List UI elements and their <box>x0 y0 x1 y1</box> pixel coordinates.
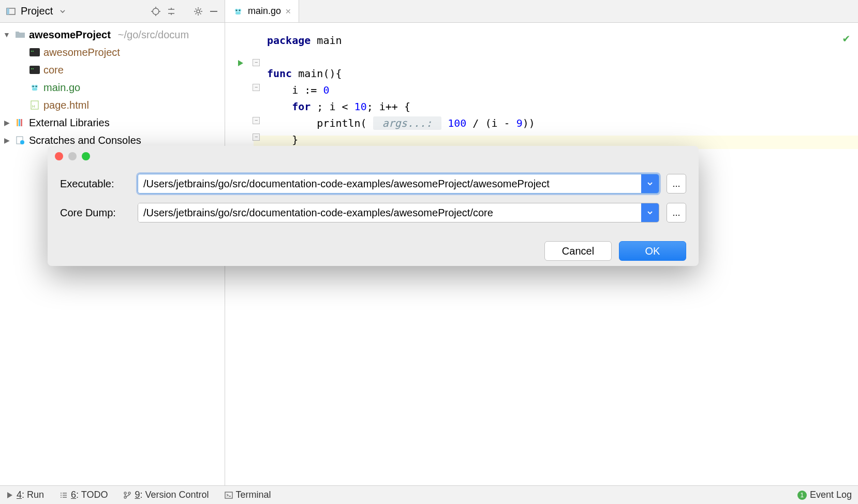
svg-point-22 <box>33 86 34 87</box>
code-text: )) <box>523 117 535 129</box>
coredump-browse-button[interactable]: ... <box>667 203 686 223</box>
tool-window-vcs[interactable]: 9: Version Control <box>123 490 209 500</box>
tool-window-terminal[interactable]: Terminal <box>225 490 271 500</box>
fold-icon[interactable]: − <box>253 134 260 141</box>
svg-point-31 <box>20 140 24 144</box>
mnemonic: 6 <box>71 490 76 500</box>
tab-main-go[interactable]: main.go ✕ <box>225 0 299 22</box>
mnemonic: 9 <box>135 490 140 500</box>
folder-icon <box>14 29 26 40</box>
tree-item-main-go[interactable]: main.go <box>0 79 225 96</box>
window-zoom-icon[interactable] <box>82 152 90 160</box>
project-label[interactable]: Project <box>21 5 53 17</box>
go-file-icon <box>232 6 244 17</box>
chevron-down-icon[interactable] <box>641 174 659 193</box>
coredump-combo[interactable] <box>138 203 659 223</box>
tree-item-page-html[interactable]: H page.html <box>0 96 225 114</box>
status-label: Version Control <box>145 490 209 500</box>
svg-rect-17 <box>29 66 40 74</box>
window-close-icon[interactable] <box>55 152 63 160</box>
svg-rect-1 <box>7 8 9 14</box>
tree-item-label: main.go <box>43 82 80 94</box>
svg-rect-29 <box>21 119 22 126</box>
chevron-down-icon[interactable] <box>641 203 659 222</box>
window-minimize-icon[interactable] <box>68 152 77 160</box>
expand-icon[interactable]: ▶ <box>2 136 11 144</box>
run-gutter-icon[interactable] <box>236 59 245 67</box>
svg-rect-27 <box>17 119 18 126</box>
expand-icon[interactable]: ▶ <box>2 118 11 127</box>
notification-badge: 1 <box>797 491 807 500</box>
svg-rect-14 <box>29 48 40 56</box>
status-label: Run <box>27 490 44 500</box>
status-label: Terminal <box>236 490 271 500</box>
executable-browse-button[interactable]: ... <box>667 174 686 194</box>
number: 10 <box>354 100 367 113</box>
svg-rect-18 <box>31 68 32 69</box>
tree-item-awesomeproject-exe[interactable]: awesomeProject <box>0 43 225 61</box>
svg-rect-24 <box>32 88 37 91</box>
tree-root-path: ~/go/src/docum <box>118 29 189 41</box>
number: 9 <box>516 117 523 129</box>
core-dump-dialog: Executable: ... Core Dump: ... Cancel OK <box>48 146 699 266</box>
mnemonic: 4 <box>17 490 22 500</box>
gear-icon[interactable] <box>193 6 204 17</box>
dialog-body: Executable: ... Core Dump: ... <box>48 146 699 241</box>
tree-item-core[interactable]: core <box>0 61 225 79</box>
tree-item-label: page.html <box>43 99 89 111</box>
libraries-icon <box>14 117 26 128</box>
tree-item-label: Scratches and Consoles <box>29 135 141 146</box>
editor-tab-strip: main.go ✕ <box>225 0 299 22</box>
tool-window-todo[interactable]: 6: TODO <box>60 490 108 500</box>
fold-icon[interactable]: − <box>253 84 260 91</box>
inspection-ok-icon[interactable]: ✔ <box>843 30 850 47</box>
svg-text:H: H <box>32 104 35 109</box>
tool-window-run[interactable]: 4: Run <box>6 490 44 500</box>
tree-item-label: core <box>43 64 64 76</box>
svg-point-23 <box>36 86 37 87</box>
project-view-icon[interactable] <box>5 6 17 17</box>
code-text: } <box>267 134 298 146</box>
fold-icon[interactable]: − <box>253 59 260 66</box>
svg-rect-16 <box>33 51 34 52</box>
svg-rect-8 <box>210 11 217 12</box>
code-text: ; i < <box>310 100 354 113</box>
tree-external-libraries[interactable]: ▶ External Libraries <box>0 114 225 131</box>
close-icon[interactable]: ✕ <box>285 7 291 16</box>
chevron-down-icon[interactable] <box>57 6 68 17</box>
top-bar: Project main.go ✕ <box>0 0 858 23</box>
tree-root[interactable]: ▼ awesomeProject ~/go/src/docum <box>0 26 225 43</box>
terminal-icon <box>225 492 233 499</box>
executable-row: Executable: ... <box>60 174 686 194</box>
list-icon <box>60 492 68 499</box>
event-log-button[interactable]: 1 Event Log <box>797 490 852 500</box>
binary-icon <box>29 64 40 76</box>
coredump-row: Core Dump: ... <box>60 203 686 223</box>
expand-icon[interactable]: ▼ <box>2 31 11 39</box>
ok-button[interactable]: OK <box>619 241 686 261</box>
collapse-all-icon[interactable] <box>166 6 177 17</box>
keyword: func <box>267 67 292 80</box>
code-text: println( <box>267 117 373 129</box>
code-text <box>267 100 292 113</box>
code-text: main(){ <box>292 67 342 80</box>
branch-icon <box>123 491 131 499</box>
fold-icon[interactable]: − <box>253 117 260 124</box>
coredump-input[interactable] <box>138 203 641 222</box>
locate-icon[interactable] <box>150 6 161 17</box>
svg-point-2 <box>153 8 159 14</box>
html-file-icon: H <box>29 99 40 111</box>
executable-label: Executable: <box>60 178 130 190</box>
hide-icon[interactable] <box>208 6 219 17</box>
svg-rect-19 <box>33 68 34 69</box>
executable-input[interactable] <box>138 174 641 193</box>
cancel-button[interactable]: Cancel <box>544 241 612 261</box>
go-file-icon <box>29 82 40 93</box>
svg-rect-13 <box>235 12 241 14</box>
executable-combo[interactable] <box>138 174 659 194</box>
status-bar: 4: Run 6: TODO 9: Version Control Termin… <box>0 485 858 504</box>
coredump-label: Core Dump: <box>60 207 130 219</box>
svg-point-12 <box>239 10 240 11</box>
tab-label: main.go <box>248 6 281 17</box>
number: 0 <box>323 84 329 96</box>
